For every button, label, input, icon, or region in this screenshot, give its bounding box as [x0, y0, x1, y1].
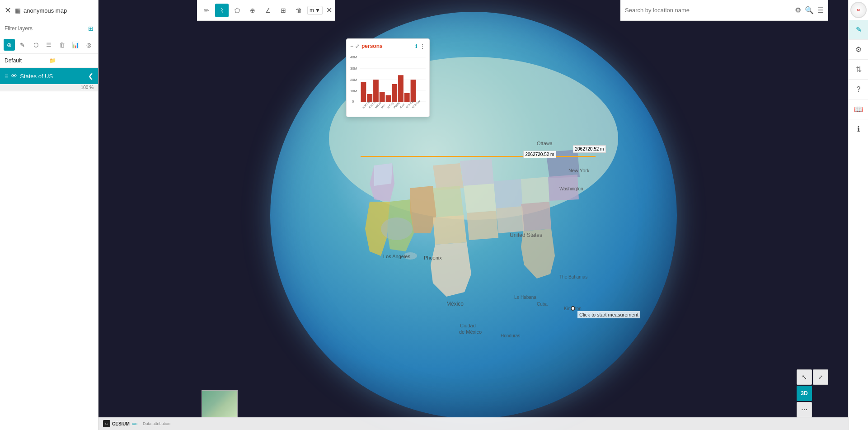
chart-svg: 40M 30M 20M 10M 0 — [350, 52, 426, 111]
measurement-label-1: 2062720.52 m — [523, 151, 557, 158]
svg-text:N Eng: N Eng — [387, 102, 394, 109]
measure-point-btn[interactable]: ⊕ — [246, 4, 259, 17]
search-input[interactable] — [625, 7, 795, 14]
ion-text: ion — [132, 421, 137, 426]
chart-minimize-icon[interactable]: − — [350, 43, 353, 49]
svg-marker-19 — [496, 206, 524, 233]
layer-collapse-icon[interactable]: ❮ — [88, 72, 94, 80]
svg-text:Pacific: Pacific — [393, 101, 401, 109]
measure-polygon-btn[interactable]: ⬠ — [230, 4, 244, 17]
pencil-btn[interactable]: ✎ — [849, 20, 868, 40]
chart-popup-menu-icon[interactable]: ⋮ — [419, 43, 426, 50]
svg-marker-5 — [410, 186, 436, 233]
svg-rect-51 — [380, 92, 385, 102]
more-options-btn[interactable]: ⋯ — [797, 402, 812, 417]
svg-text:30M: 30M — [350, 66, 357, 71]
chart-expand-icon[interactable]: ⤢ — [355, 43, 360, 49]
measure-angle-btn[interactable]: ∠ — [261, 4, 275, 17]
compass-north-label: N — [857, 8, 860, 12]
measurement-label-2: 2062720.52 m — [573, 145, 606, 153]
svg-text:Ciudad: Ciudad — [460, 323, 476, 328]
close-icon[interactable]: ✕ — [5, 5, 11, 15]
panel-title: anonymous map — [23, 7, 67, 14]
svg-text:Ottawa: Ottawa — [537, 141, 553, 146]
cesium-logo-icon: C — [103, 420, 110, 427]
svg-rect-52 — [386, 95, 391, 102]
svg-text:S Atl: S Atl — [399, 103, 405, 109]
svg-text:Mtn: Mtn — [380, 104, 385, 109]
filter-icon[interactable]: ⊞ — [88, 25, 94, 32]
layer-menu-icon: ≡ — [5, 72, 8, 80]
svg-text:Honduras: Honduras — [501, 333, 520, 338]
attribution-text: Data attribution — [143, 421, 170, 426]
panel-header: ✕ ▦ anonymous map — [0, 0, 98, 21]
svg-rect-48 — [361, 82, 366, 102]
cesium-logo: C CESIUM ion Data attribution — [103, 420, 170, 427]
mini-map[interactable] — [202, 390, 238, 417]
polygon-tool-btn[interactable]: ⬡ — [30, 39, 42, 51]
chart-popup-controls: − ⤢ — [350, 43, 360, 49]
svg-rect-53 — [392, 84, 397, 102]
svg-text:20M: 20M — [350, 78, 357, 82]
zoom-in-btn[interactable]: ⤡ — [797, 369, 812, 385]
search-icons: ⚙ 🔍 ☰ — [795, 6, 824, 14]
svg-marker-13 — [521, 177, 549, 204]
svg-marker-18 — [467, 211, 498, 240]
svg-rect-54 — [398, 75, 404, 102]
measure-line-btn[interactable]: ⌇ — [215, 4, 229, 17]
question-btn[interactable]: ? — [849, 80, 868, 99]
svg-marker-10 — [460, 159, 494, 186]
tool-row: ⊕ ✎ ⬡ ☰ 🗑 📊 ◎ — [0, 36, 98, 54]
folder-icon: 📁 — [49, 57, 94, 64]
settings-tool-btn[interactable]: ◎ — [83, 39, 94, 51]
chart-info-icon: ℹ — [415, 43, 418, 49]
edit-tool-btn[interactable]: ✎ — [17, 39, 28, 51]
svg-text:40M: 40M — [350, 55, 357, 59]
measure-area-btn[interactable]: ⊞ — [277, 4, 290, 17]
chart-tool-btn[interactable]: 📊 — [70, 39, 81, 51]
measure-close-btn[interactable]: ✕ — [326, 6, 332, 14]
measure-draw-btn[interactable]: ✏ — [200, 4, 213, 17]
attributes-tool-btn[interactable]: ☰ — [43, 39, 55, 51]
layer-eye-icon: 👁 — [11, 72, 17, 80]
measure-delete-btn[interactable]: 🗑 — [292, 4, 305, 17]
search-icon[interactable]: 🔍 — [805, 6, 814, 14]
svg-rect-56 — [411, 80, 416, 102]
measure-unit-select[interactable]: m ▼ — [307, 6, 323, 15]
svg-marker-9 — [431, 242, 471, 297]
svg-rect-55 — [404, 93, 410, 102]
bottom-right-controls: ⤡ ⤢ 3D ⋯ — [797, 369, 828, 417]
default-group[interactable]: Default 📁 — [0, 54, 98, 68]
svg-text:Phoenix: Phoenix — [424, 255, 442, 260]
gear-btn[interactable]: ⚙ — [849, 40, 868, 60]
delete-tool-btn[interactable]: 🗑 — [56, 39, 68, 51]
layer-opacity: 100 % — [0, 84, 98, 91]
svg-marker-8 — [433, 215, 467, 245]
svg-text:New York: New York — [568, 168, 590, 173]
menu-icon[interactable]: ☰ — [817, 6, 824, 14]
svg-marker-16 — [521, 202, 551, 231]
right-sidebar: N ✎ ⚙ ⇅ ? 📖 ℹ — [848, 0, 868, 430]
compass-circle: N — [850, 2, 867, 18]
chart-popup: − ⤢ persons ℹ ⋮ 40M 30M 20M 10M 0 — [346, 38, 430, 117]
default-group-label: Default — [5, 57, 49, 64]
chart-popup-header: − ⤢ persons ℹ ⋮ — [350, 43, 426, 50]
book-btn[interactable]: 📖 — [849, 99, 868, 119]
svg-text:Cuba: Cuba — [537, 302, 548, 307]
info-btn[interactable]: ℹ — [849, 119, 868, 139]
svg-marker-11 — [464, 184, 496, 213]
filter-input[interactable] — [5, 25, 88, 32]
globe-container: Los Angeles Phoenix United States Ottawa… — [99, 0, 848, 430]
compass[interactable]: N — [849, 0, 868, 20]
map-area[interactable]: ✏ ⌇ ⬠ ⊕ ∠ ⊞ 🗑 m ▼ ✕ — [99, 0, 848, 430]
measure-toolbar: ✏ ⌇ ⬠ ⊕ ∠ ⊞ 🗑 m ▼ ✕ — [197, 0, 335, 21]
mode-3d-btn[interactable]: 3D — [797, 386, 812, 401]
measure-unit-label: m — [310, 7, 314, 14]
layer-item-states[interactable]: ≡ 👁 States of US ❮ — [0, 68, 98, 84]
svg-text:United States: United States — [510, 232, 542, 238]
left-panel: ✕ ▦ anonymous map ⊞ ⊕ ✎ ⬡ ☰ 🗑 📊 ◎ Defaul… — [0, 0, 99, 430]
select-tool-btn[interactable]: ⊕ — [4, 39, 15, 51]
zoom-out-btn[interactable]: ⤢ — [813, 369, 828, 385]
share-btn[interactable]: ⇅ — [849, 60, 868, 80]
settings-search-icon[interactable]: ⚙ — [795, 6, 801, 14]
